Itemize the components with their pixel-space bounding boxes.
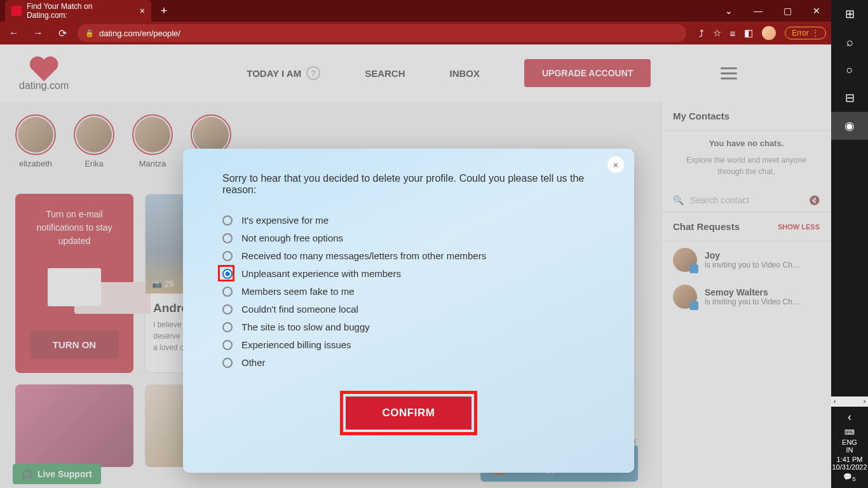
url-text: dating.com/en/people/: [99, 29, 180, 38]
reason-label: Experienced billing issues: [241, 339, 351, 350]
tab-favicon: [11, 6, 22, 16]
modal-question: Sorry to hear that you decided to delete…: [222, 173, 595, 196]
windows-taskbar: ⊞ ⌕ ○ ⊟ ◉ ‹› ‹ ⌨ ENGIN 1:41 PM10/31/2022…: [831, 0, 868, 488]
address-bar: ← → ⟳ 🔒 dating.com/en/people/ ⤴ ☆ ≡ ◧ Er…: [0, 22, 831, 44]
delete-reason-option[interactable]: Couldn't find someone local: [222, 304, 595, 315]
chrome-taskbar-icon[interactable]: ◉: [831, 112, 868, 140]
reason-label: Received too many messages/letters from …: [241, 250, 486, 261]
clock[interactable]: 1:41 PM10/31/2022: [831, 456, 868, 471]
reason-label: It's expensive for me: [241, 215, 329, 226]
new-tab-button[interactable]: +: [155, 2, 173, 20]
forward-button[interactable]: →: [29, 24, 47, 42]
back-button[interactable]: ←: [5, 24, 23, 42]
minimize-button[interactable]: —: [743, 0, 773, 22]
close-window-button[interactable]: ✕: [802, 0, 831, 22]
error-pill[interactable]: Error⋮: [785, 27, 826, 39]
reason-label: Unpleasant experience with members: [241, 268, 401, 279]
browser-title-bar: Find Your Match on Dating.com: × + ⌄ — ▢…: [0, 0, 831, 22]
modal-close-button[interactable]: ×: [607, 156, 624, 173]
delete-reason-option[interactable]: Other: [222, 357, 595, 368]
task-view-icon[interactable]: ⊟: [831, 84, 868, 112]
delete-reason-option[interactable]: The site is too slow and buggy: [222, 322, 595, 332]
radio-icon: [222, 287, 233, 297]
tray-scroll[interactable]: ‹›: [831, 396, 868, 407]
reading-list-icon[interactable]: ≡: [730, 28, 736, 39]
delete-reason-option[interactable]: Not enough free options: [222, 233, 595, 243]
reason-label: The site is too slow and buggy: [241, 322, 370, 332]
delete-reason-option[interactable]: Experienced billing issues: [222, 339, 595, 350]
delete-reason-option[interactable]: Members seem fake to me: [222, 286, 595, 297]
dropdown-icon[interactable]: ⌄: [714, 0, 743, 22]
tab-title: Find Your Match on Dating.com:: [27, 2, 135, 20]
delete-reason-option[interactable]: It's expensive for me: [222, 215, 595, 226]
delete-profile-modal: × Sorry to hear that you decided to dele…: [183, 149, 634, 473]
radio-icon: [222, 340, 233, 350]
windows-start-icon[interactable]: ⊞: [831, 0, 868, 28]
reason-label: Not enough free options: [241, 233, 343, 243]
selection-highlight-box: [218, 265, 234, 281]
reason-label: Members seem fake to me: [241, 286, 355, 297]
language-indicator[interactable]: ENGIN: [831, 438, 868, 454]
radio-icon: [222, 233, 233, 243]
radio-icon: [222, 304, 233, 315]
url-input[interactable]: 🔒 dating.com/en/people/: [78, 24, 686, 42]
notifications-icon[interactable]: 💬5: [831, 473, 868, 482]
keyboard-icon[interactable]: ⌨: [831, 428, 868, 437]
lock-icon: 🔒: [85, 29, 94, 37]
maximize-button[interactable]: ▢: [773, 0, 802, 22]
radio-icon: [222, 322, 233, 332]
confirm-highlight-box: CONFIRM: [340, 391, 478, 435]
share-icon[interactable]: ⤴: [699, 28, 704, 39]
taskbar-search-icon[interactable]: ⌕: [831, 28, 868, 56]
radio-icon: [222, 215, 233, 226]
profile-avatar[interactable]: [762, 26, 776, 40]
radio-icon: [222, 251, 233, 261]
browser-tab[interactable]: Find Your Match on Dating.com: ×: [5, 0, 151, 22]
tab-close-icon[interactable]: ×: [140, 6, 145, 16]
bookmark-icon[interactable]: ☆: [713, 27, 721, 39]
extensions-icon[interactable]: ◧: [744, 27, 753, 39]
cortana-icon[interactable]: ○: [831, 56, 868, 84]
delete-reason-option[interactable]: Received too many messages/letters from …: [222, 250, 595, 261]
confirm-button[interactable]: CONFIRM: [346, 396, 472, 430]
delete-reason-option[interactable]: Unpleasant experience with members: [222, 268, 595, 279]
reason-label: Other: [241, 357, 266, 368]
reason-label: Couldn't find someone local: [241, 304, 358, 315]
reload-button[interactable]: ⟳: [53, 24, 71, 42]
tray-chevron-icon[interactable]: ‹: [831, 409, 868, 426]
radio-icon: [222, 358, 233, 368]
